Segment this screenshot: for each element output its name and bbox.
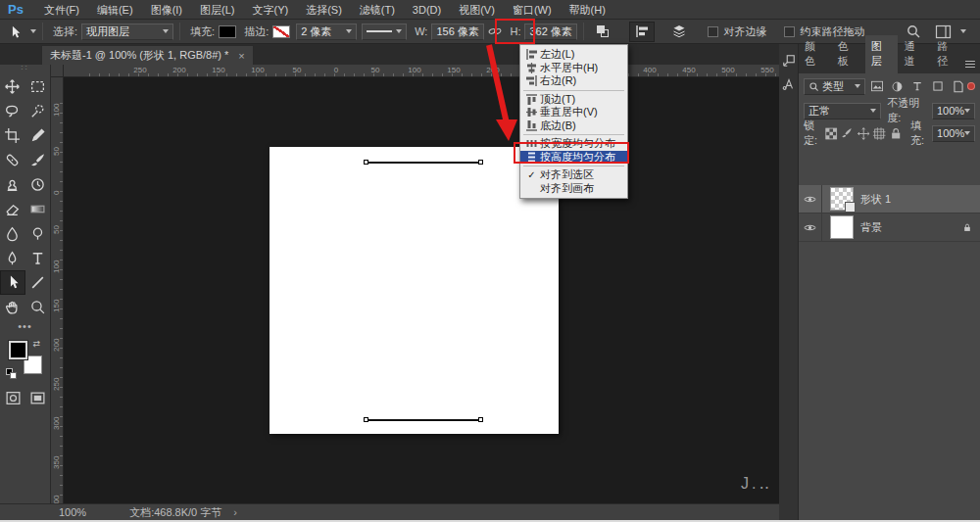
filter-adjustment-layers-button[interactable] xyxy=(888,78,906,95)
menu-edit[interactable]: 编辑(E) xyxy=(88,0,142,20)
width-input[interactable]: 156 像素 xyxy=(431,24,484,40)
menu-file[interactable]: 文件(F) xyxy=(35,0,88,20)
toolbar-collapse-button[interactable]: :: xyxy=(0,65,50,72)
layer-thumbnail[interactable] xyxy=(830,215,854,239)
lock-all-icon[interactable] xyxy=(889,125,903,142)
menu-item-align-left[interactable]: 左边(L) xyxy=(520,48,627,62)
filter-toggle-light[interactable] xyxy=(967,82,975,90)
menu-3d[interactable]: 3D(D) xyxy=(404,0,450,20)
visibility-toggle[interactable] xyxy=(799,185,822,214)
screen-mode-icon[interactable] xyxy=(29,390,46,406)
tool-zoom[interactable] xyxy=(25,295,51,319)
filter-pixel-layers-button[interactable] xyxy=(867,78,886,95)
tool-path-select[interactable] xyxy=(0,270,25,295)
dock-properties-icon[interactable] xyxy=(782,54,796,68)
dock-character-icon[interactable] xyxy=(782,77,796,91)
shape-line-top[interactable] xyxy=(368,162,479,164)
document-canvas[interactable] xyxy=(270,147,559,434)
layer-thumbnail[interactable] xyxy=(830,187,854,211)
tool-eyedropper[interactable] xyxy=(25,123,51,148)
menu-item-align-right[interactable]: 右边(R) xyxy=(520,74,627,88)
tab-paths[interactable]: 路径 xyxy=(931,35,964,73)
menu-window[interactable]: 窗口(W) xyxy=(504,0,561,20)
tool-line[interactable] xyxy=(25,270,51,295)
tool-blur[interactable] xyxy=(0,221,25,246)
visibility-toggle[interactable] xyxy=(799,214,822,242)
tool-eraser[interactable] xyxy=(0,197,25,221)
lock-pixels-icon[interactable] xyxy=(840,125,854,142)
menu-filter[interactable]: 滤镜(T) xyxy=(351,0,404,20)
quick-mask-icon[interactable] xyxy=(5,390,22,406)
menu-item-align-vcenter[interactable]: 垂直居中(V) xyxy=(520,106,627,119)
foreground-color-swatch[interactable] xyxy=(9,341,27,359)
panel-menu-icon[interactable] xyxy=(964,60,976,69)
select-mode-dropdown[interactable]: 现用图层 xyxy=(81,24,173,40)
align-edges-option[interactable]: 对齐边缘 xyxy=(708,24,766,39)
menu-type[interactable]: 文字(Y) xyxy=(243,0,297,20)
tool-marquee[interactable] xyxy=(25,74,51,99)
fill-color-swatch[interactable] xyxy=(219,25,236,38)
menu-help[interactable]: 帮助(H) xyxy=(561,0,614,20)
tool-preset-button[interactable] xyxy=(6,24,36,40)
tool-pen[interactable] xyxy=(0,246,25,270)
tab-layers[interactable]: 图层 xyxy=(865,35,899,73)
menu-item-align-to-selection[interactable]: ✓ 对齐到选区 xyxy=(520,168,627,182)
lock-artboard-icon[interactable] xyxy=(872,125,886,142)
document-tab[interactable]: 未标题-1 @ 100% (形状 1, RGB/8#) * × xyxy=(41,45,254,65)
align-edges-checkbox[interactable] xyxy=(708,26,718,37)
tool-type[interactable] xyxy=(25,246,51,270)
fill-opacity-dropdown[interactable]: 100% xyxy=(932,125,975,142)
anchor-point[interactable] xyxy=(364,417,368,422)
lock-position-icon[interactable] xyxy=(857,125,870,142)
tool-crop[interactable] xyxy=(0,123,25,148)
tab-channels[interactable]: 通道 xyxy=(898,35,931,73)
layer-row-shape1[interactable]: 形状 1 xyxy=(799,185,980,214)
ruler-origin-corner[interactable] xyxy=(51,65,64,77)
stroke-style-dropdown[interactable] xyxy=(362,24,407,40)
path-arrangement-button[interactable] xyxy=(666,22,692,42)
tool-hand[interactable] xyxy=(0,295,25,319)
menu-image[interactable]: 图像(I) xyxy=(142,0,191,20)
tool-quick-select[interactable] xyxy=(25,99,51,123)
menu-item-align-to-canvas[interactable]: 对齐到画布 xyxy=(520,182,627,196)
tool-history-brush[interactable] xyxy=(25,172,51,197)
stroke-width-dropdown[interactable]: 2 像素 xyxy=(296,24,357,40)
toolbar-edit-button[interactable]: ••• xyxy=(0,323,50,331)
filter-shape-layers-button[interactable] xyxy=(929,78,948,95)
tool-clone-stamp[interactable] xyxy=(0,172,25,197)
menu-select[interactable]: 选择(S) xyxy=(297,0,351,20)
layer-row-background[interactable]: 背景 xyxy=(799,214,980,242)
anchor-point[interactable] xyxy=(478,160,483,165)
stroke-color-swatch[interactable] xyxy=(272,25,290,38)
swap-colors-icon[interactable]: ⇄ xyxy=(33,339,41,349)
blend-mode-dropdown[interactable]: 正常 xyxy=(804,103,881,119)
anchor-point[interactable] xyxy=(364,160,368,165)
tab-swatches[interactable]: 色板 xyxy=(832,35,865,73)
default-colors-icon[interactable] xyxy=(6,368,17,379)
tab-color[interactable]: 颜色 xyxy=(799,35,832,73)
tool-brush[interactable] xyxy=(25,148,51,172)
menu-item-align-top[interactable]: 顶边(T) xyxy=(520,93,627,107)
layer-name[interactable]: 形状 1 xyxy=(860,192,891,207)
menu-item-align-hcenter[interactable]: 水平居中(H) xyxy=(520,62,627,75)
status-expand-arrow[interactable]: › xyxy=(233,506,237,518)
tool-dodge[interactable] xyxy=(25,221,51,246)
anchor-point[interactable] xyxy=(478,417,483,422)
tool-healing[interactable] xyxy=(0,148,25,172)
lock-transparent-icon[interactable] xyxy=(824,125,838,142)
path-alignment-button[interactable] xyxy=(629,22,655,42)
zoom-level-field[interactable]: 100% xyxy=(59,506,86,518)
layer-name[interactable]: 背景 xyxy=(860,220,882,235)
tool-move[interactable] xyxy=(0,74,25,99)
filter-type-dropdown[interactable]: 类型 xyxy=(804,78,865,95)
filter-smart-objects-button[interactable] xyxy=(949,78,967,95)
menu-item-align-bottom[interactable]: 底边(B) xyxy=(520,119,627,133)
opacity-dropdown[interactable]: 100% xyxy=(932,103,975,119)
menu-view[interactable]: 视图(V) xyxy=(450,0,504,20)
filter-type-layers-button[interactable] xyxy=(908,78,927,95)
menu-layer[interactable]: 图层(L) xyxy=(191,0,243,20)
shape-line-bottom[interactable] xyxy=(368,419,479,421)
tool-lasso[interactable] xyxy=(0,99,25,123)
path-operations-button[interactable] xyxy=(590,22,615,42)
tab-close-icon[interactable]: × xyxy=(238,50,244,62)
